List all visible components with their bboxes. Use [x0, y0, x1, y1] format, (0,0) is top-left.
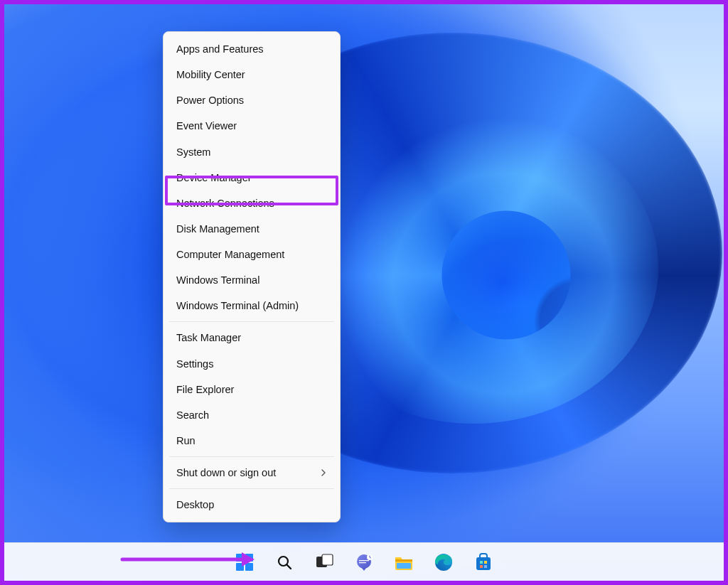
menu-item-device-manager[interactable]: Device Manager	[164, 165, 340, 190]
taskbar	[4, 542, 724, 581]
menu-item-label: Apps and Features	[176, 43, 264, 55]
svg-rect-7	[322, 554, 333, 565]
menu-item-label: Search	[176, 409, 209, 422]
menu-item-label: Network Connections	[176, 197, 274, 210]
menu-item-label: Run	[176, 434, 196, 447]
menu-item-label: Device Manager	[176, 171, 252, 184]
taskbar-file-explorer-button[interactable]	[389, 547, 419, 577]
taskbar-search-button[interactable]	[269, 547, 299, 577]
svg-rect-11	[397, 563, 411, 569]
menu-separator	[169, 321, 334, 322]
menu-item-label: Windows Terminal (Admin)	[176, 299, 299, 312]
taskbar-edge-button[interactable]	[429, 547, 459, 577]
search-icon	[276, 554, 293, 571]
svg-rect-15	[484, 561, 487, 564]
menu-item-computer-management[interactable]: Computer Management	[164, 242, 340, 267]
svg-rect-10	[395, 559, 412, 562]
menu-item-network-connections[interactable]: Network Connections	[164, 190, 340, 216]
svg-rect-17	[484, 565, 487, 568]
start-icon	[235, 553, 254, 571]
taskbar-taskview-button[interactable]	[309, 547, 339, 577]
svg-rect-1	[245, 554, 253, 562]
svg-rect-13	[476, 557, 491, 570]
taskbar-store-button[interactable]	[469, 547, 498, 577]
menu-item-shut-down-sign-out[interactable]: Shut down or sign out	[164, 460, 340, 485]
menu-item-system[interactable]: System	[164, 139, 340, 165]
menu-item-label: Mobility Center	[176, 68, 245, 81]
menu-item-mobility-center[interactable]: Mobility Center	[164, 62, 340, 87]
desktop-wallpaper	[4, 4, 724, 581]
svg-rect-0	[236, 554, 244, 562]
edge-icon	[434, 553, 453, 571]
menu-item-search[interactable]: Search	[164, 402, 340, 428]
menu-item-task-manager[interactable]: Task Manager	[164, 325, 340, 350]
menu-item-label: Desktop	[176, 498, 214, 511]
menu-item-label: System	[176, 146, 210, 159]
menu-item-label: Event Viewer	[176, 119, 237, 132]
explorer-icon	[394, 553, 414, 571]
menu-item-file-explorer[interactable]: File Explorer	[164, 377, 340, 402]
menu-item-label: Power Options	[176, 94, 244, 107]
menu-item-label: Task Manager	[176, 331, 241, 344]
menu-item-windows-terminal-admin[interactable]: Windows Terminal (Admin)	[164, 293, 340, 318]
menu-item-label: Windows Terminal	[176, 274, 259, 286]
store-icon	[474, 553, 493, 571]
taskview-icon	[315, 553, 333, 571]
menu-item-label: File Explorer	[176, 383, 234, 396]
menu-item-apps-features[interactable]: Apps and Features	[164, 36, 340, 62]
menu-item-label: Settings	[176, 358, 213, 370]
chevron-right-icon	[320, 469, 327, 476]
svg-line-5	[287, 564, 291, 569]
menu-separator	[169, 488, 334, 489]
menu-item-desktop[interactable]: Desktop	[164, 492, 340, 517]
menu-item-label: Computer Management	[176, 248, 284, 261]
menu-item-label: Disk Management	[176, 222, 259, 235]
chat-icon	[355, 553, 373, 571]
menu-item-event-viewer[interactable]: Event Viewer	[164, 113, 340, 139]
menu-item-windows-terminal[interactable]: Windows Terminal	[164, 267, 340, 293]
winx-context-menu: Apps and Features Mobility Center Power …	[163, 31, 341, 522]
menu-item-power-options[interactable]: Power Options	[164, 87, 340, 113]
taskbar-chat-button[interactable]	[349, 547, 379, 577]
annotated-screenshot-frame: Apps and Features Mobility Center Power …	[0, 0, 728, 585]
taskbar-start-button[interactable]	[230, 547, 259, 577]
svg-rect-2	[236, 563, 244, 571]
svg-rect-3	[245, 563, 253, 571]
svg-rect-16	[480, 565, 483, 568]
menu-item-disk-management[interactable]: Disk Management	[164, 216, 340, 242]
menu-separator	[169, 456, 334, 457]
svg-rect-14	[480, 561, 483, 564]
menu-item-label: Shut down or sign out	[176, 466, 276, 479]
menu-item-settings[interactable]: Settings	[164, 351, 340, 377]
menu-item-run[interactable]: Run	[164, 428, 340, 453]
